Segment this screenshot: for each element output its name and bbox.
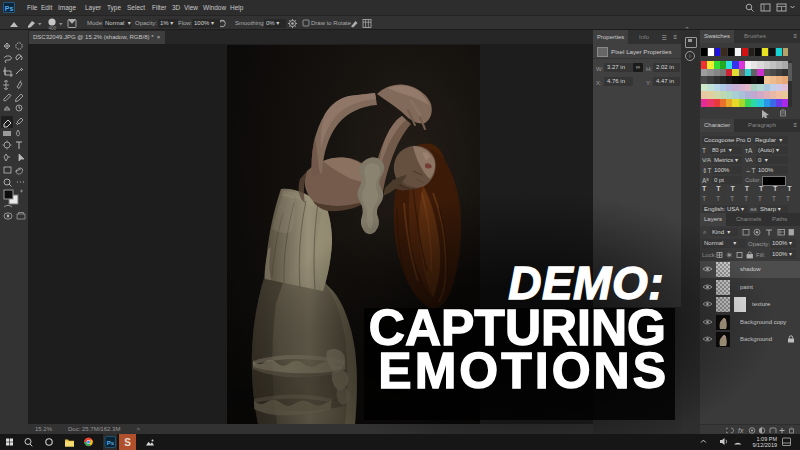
- svg-text:fx: fx: [738, 427, 744, 434]
- svg-text:S: S: [124, 437, 131, 448]
- svg-text:Ps: Ps: [107, 440, 115, 446]
